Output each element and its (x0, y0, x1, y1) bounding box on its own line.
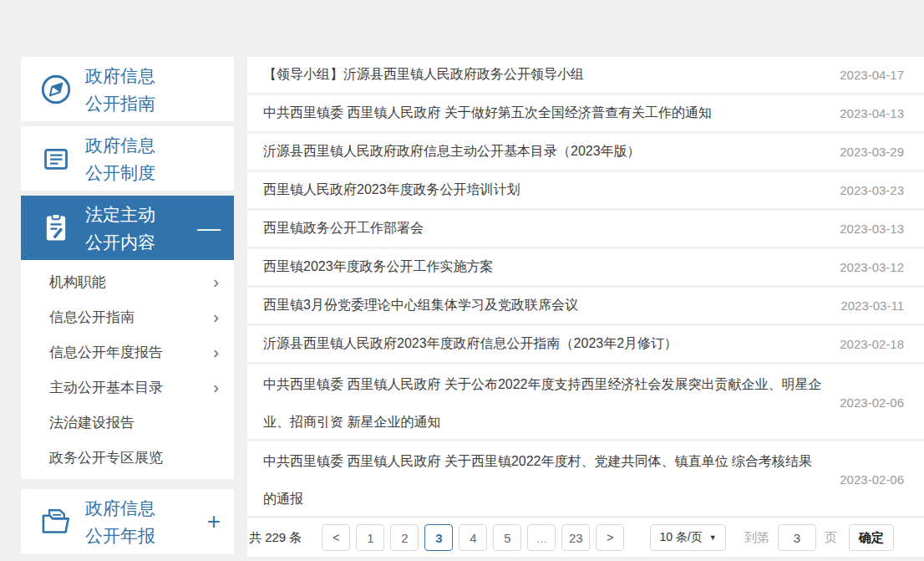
article-list: 【领导小组】沂源县西里镇人民政府政务公开领导小组 2023-04-17 中共西里… (247, 57, 924, 516)
publish-date: 2023-03-29 (828, 145, 904, 159)
publish-date: 2023-02-18 (828, 337, 904, 351)
sidebar: 政府信息 公开指南 政府信息 公开制度 (21, 57, 234, 558)
list-item[interactable]: 西里镇政务公开工作部署会 2023-03-13 (247, 211, 924, 247)
chevron-right-icon: › (213, 273, 219, 290)
page-button[interactable]: 4 (459, 524, 487, 551)
list-item[interactable]: 西里镇3月份党委理论中心组集体学习及党政联席会议 2023-03-11 (247, 288, 924, 324)
sidebar-subitem-label: 法治建设报告 (49, 413, 135, 432)
publish-date: 2023-04-13 (828, 106, 904, 120)
article-title: 沂源县西里镇人民政府2023年度政府信息公开指南（2023年2月修订） (263, 335, 678, 353)
list-item[interactable]: 中共西里镇委 西里镇人民政府 关于西里镇2022年度村、党建共同体、镇直单位 综… (247, 441, 924, 516)
sidebar-subitem-label: 机构职能 (49, 273, 106, 292)
article-title: 中共西里镇委 西里镇人民政府 关于西里镇2022年度村、党建共同体、镇直单位 综… (263, 441, 824, 518)
page: 政府信息 公开指南 政府信息 公开制度 (0, 0, 924, 561)
goto-page-input[interactable] (778, 524, 816, 551)
goto-prefix-label: 到第 (744, 530, 769, 546)
article-title: 西里镇人民政府2023年度政务公开培训计划 (263, 181, 520, 199)
total-count: 共 229 条 (249, 530, 302, 546)
list-item[interactable]: 西里镇人民政府2023年度政务公开培训计划 2023-03-23 (247, 172, 924, 208)
page-button[interactable]: 1 (356, 524, 384, 551)
list-item[interactable]: 中共西里镇委 西里镇人民政府 关于公布2022年度支持西里经济社会发展突出贡献企… (247, 365, 924, 439)
list-item[interactable]: 中共西里镇委 西里镇人民政府 关于做好第五次全国经济普查有关工作的通知 2023… (247, 95, 924, 131)
expand-plus-icon[interactable]: + (207, 510, 221, 533)
list-item[interactable]: 西里镇2023年度政务公开工作实施方案 2023-03-12 (247, 249, 924, 285)
sidebar-item-label: 法定主动 公开内容 (85, 201, 155, 256)
sidebar-item-label: 政府信息 公开指南 (85, 62, 155, 117)
sidebar-item-label: 政府信息 公开制度 (85, 131, 155, 186)
list-item[interactable]: 沂源县西里镇人民政府2023年度政府信息公开指南（2023年2月修订） 2023… (247, 326, 924, 362)
sidebar-subitem[interactable]: 信息公开年度报告 › (21, 334, 234, 370)
sidebar-subitem-label: 政务公开专区展览 (49, 448, 163, 467)
next-page-button[interactable]: > (596, 524, 624, 551)
page-button[interactable]: 3 (424, 524, 453, 551)
chevron-down-icon: ▼ (709, 533, 717, 542)
list-item[interactable]: 沂源县西里镇人民政府政府信息主动公开基本目录（2023年版） 2023-03-2… (247, 134, 924, 170)
sidebar-submenu: 机构职能 › 信息公开指南 › 信息公开年度报告 › 主动公开基本目录 › 法治… (21, 260, 234, 479)
article-title: 中共西里镇委 西里镇人民政府 关于做好第五次全国经济普查有关工作的通知 (263, 105, 712, 122)
sidebar-item-gov-info-guide[interactable]: 政府信息 公开指南 (21, 57, 234, 121)
page-size-label: 10 条/页 (659, 530, 702, 545)
article-title: 西里镇政务公开工作部署会 (263, 220, 424, 237)
publish-date: 2023-03-11 (829, 298, 904, 313)
sidebar-subitem-label: 信息公开年度报告 (49, 343, 163, 362)
chevron-right-icon: › (213, 379, 219, 395)
sidebar-subitem[interactable]: 法治建设报告 › (21, 405, 234, 440)
compass-icon (38, 71, 74, 108)
pagination-bar: 共 229 条 < 12345...23 > 10 条/页 ▼ 到第 页 确定 (247, 518, 924, 557)
sidebar-subitem[interactable]: 主动公开基本目录 › (21, 370, 234, 405)
page-button[interactable]: 5 (493, 524, 521, 551)
page-button[interactable]: ... (527, 524, 556, 551)
article-title: 【领导小组】沂源县西里镇人民政府政务公开领导小组 (263, 66, 584, 84)
folder-report-icon (38, 503, 74, 540)
publish-date: 2023-02-06 (840, 395, 904, 409)
goto-suffix-label: 页 (825, 530, 837, 546)
sidebar-item-gov-info-annual-report[interactable]: 政府信息 公开年报 + (21, 489, 234, 553)
sidebar-item-legal-active-disclosure[interactable]: 法定主动 公开内容 — (21, 196, 234, 260)
publish-date: 2023-03-12 (828, 260, 904, 274)
prev-page-button[interactable]: < (322, 524, 350, 551)
sidebar-subitem-label: 主动公开基本目录 (49, 378, 163, 397)
goto-page-group: 到第 页 确定 (744, 524, 894, 551)
article-title: 西里镇3月份党委理论中心组集体学习及党政联席会议 (263, 297, 578, 314)
chevron-right-icon: › (213, 309, 219, 325)
list-item[interactable]: 【领导小组】沂源县西里镇人民政府政务公开领导小组 2023-04-17 (247, 57, 924, 93)
article-list-panel: 【领导小组】沂源县西里镇人民政府政务公开领导小组 2023-04-17 中共西里… (247, 57, 924, 557)
publish-date: 2023-03-23 (828, 183, 904, 197)
article-title: 西里镇2023年度政务公开工作实施方案 (263, 258, 494, 276)
document-lines-icon (38, 140, 74, 177)
sidebar-item-gov-info-system[interactable]: 政府信息 公开制度 (21, 126, 234, 191)
publish-date: 2023-02-06 (840, 472, 904, 486)
chevron-right-icon: › (213, 344, 219, 360)
page-size-select[interactable]: 10 条/页 ▼ (650, 524, 725, 551)
sidebar-item-label: 政府信息 公开年报 (85, 494, 155, 549)
collapse-minus-icon[interactable]: — (197, 217, 221, 240)
sidebar-subitem[interactable]: 机构职能 › (21, 264, 234, 299)
publish-date: 2023-03-13 (828, 222, 904, 236)
confirm-button[interactable]: 确定 (849, 524, 894, 551)
sidebar-subitem[interactable]: 政务公开专区展览 › (21, 440, 234, 475)
sidebar-subitem[interactable]: 信息公开指南 › (21, 299, 234, 334)
clipboard-pencil-icon (38, 210, 74, 247)
article-title: 中共西里镇委 西里镇人民政府 关于公布2022年度支持西里经济社会发展突出贡献企… (263, 365, 824, 441)
sidebar-subitem-label: 信息公开指南 (49, 308, 135, 327)
article-title: 沂源县西里镇人民政府政府信息主动公开基本目录（2023年版） (263, 143, 641, 161)
publish-date: 2023-04-17 (828, 68, 904, 82)
page-buttons: 12345...23 (356, 524, 596, 551)
page-button[interactable]: 23 (561, 524, 590, 551)
page-button[interactable]: 2 (390, 524, 419, 551)
